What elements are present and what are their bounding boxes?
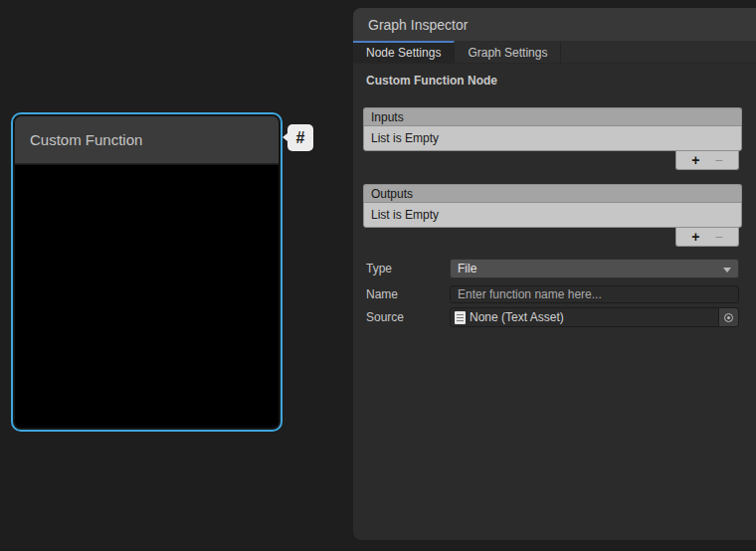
source-object-field[interactable]: None (Text Asset) <box>450 307 739 327</box>
name-row: Name <box>366 284 739 302</box>
source-label: Source <box>366 307 404 327</box>
object-picker-icon <box>724 313 733 322</box>
panel-header[interactable]: Graph Inspector <box>353 8 756 41</box>
type-label: Type <box>366 259 392 278</box>
outputs-remove-button[interactable]: − <box>715 230 723 244</box>
node-title: Custom Function <box>30 131 142 148</box>
panel-title: Graph Inspector <box>368 17 468 33</box>
hash-icon: # <box>296 129 305 147</box>
outputs-list-title: Outputs <box>371 187 413 201</box>
outputs-list-header: Outputs <box>363 184 742 202</box>
type-row: Type File <box>366 259 739 278</box>
inputs-empty-row: List is Empty <box>363 125 742 151</box>
tab-graph-settings[interactable]: Graph Settings <box>455 41 561 63</box>
tab-graph-settings-label: Graph Settings <box>468 46 547 60</box>
badge-tail <box>283 133 287 141</box>
type-dropdown-value: File <box>458 262 476 276</box>
remove-icon: − <box>715 152 723 168</box>
inspector-tab-bar: Node Settings Graph Settings <box>353 41 756 64</box>
add-icon: + <box>691 152 699 168</box>
remove-icon: − <box>715 229 723 245</box>
outputs-list-footer: + − <box>675 228 739 247</box>
graph-canvas[interactable]: Custom Function # <box>0 0 353 551</box>
inputs-list-footer: + − <box>675 151 739 170</box>
inputs-remove-button[interactable]: − <box>715 153 723 167</box>
inputs-add-button[interactable]: + <box>691 153 699 167</box>
node-hash-badge[interactable]: # <box>287 124 313 151</box>
inputs-list: Inputs List is Empty + − <box>363 107 742 151</box>
node-settings-heading: Custom Function Node <box>366 74 497 88</box>
outputs-empty-row: List is Empty <box>363 202 742 228</box>
node-preview-area <box>15 165 279 428</box>
outputs-empty-text: List is Empty <box>371 208 439 222</box>
tab-node-settings-label: Node Settings <box>366 46 441 60</box>
tab-node-settings[interactable]: Node Settings <box>353 41 455 63</box>
add-icon: + <box>691 229 699 245</box>
outputs-add-button[interactable]: + <box>691 230 699 244</box>
chevron-down-icon <box>723 268 731 273</box>
name-label: Name <box>366 284 398 304</box>
node-title-bar[interactable]: Custom Function <box>15 116 279 164</box>
custom-function-node[interactable]: Custom Function <box>11 112 283 432</box>
graph-inspector-panel: Graph Inspector Node Settings Graph Sett… <box>353 8 756 540</box>
function-name-input[interactable] <box>450 285 739 303</box>
text-asset-icon <box>455 311 466 324</box>
source-object-value: None (Text Asset) <box>470 310 564 324</box>
source-row: Source None (Text Asset) <box>366 307 739 327</box>
outputs-list: Outputs List is Empty + − <box>363 184 742 228</box>
object-picker-button[interactable] <box>718 308 738 326</box>
inputs-list-title: Inputs <box>371 110 404 124</box>
inputs-list-header: Inputs <box>363 107 742 125</box>
type-dropdown[interactable]: File <box>450 259 739 278</box>
inputs-empty-text: List is Empty <box>371 131 439 145</box>
